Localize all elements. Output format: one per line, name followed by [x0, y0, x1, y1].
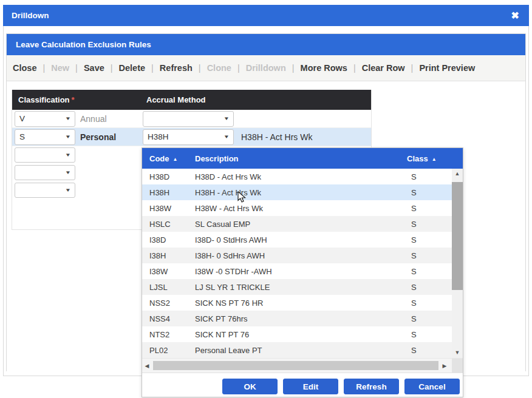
scroll-up-icon[interactable]: ▲	[452, 169, 463, 179]
accrual-method-cell: ▼	[143, 111, 234, 127]
code-cell: PL02	[142, 346, 195, 355]
code-cell: HSLC	[142, 220, 195, 229]
toolbar-item-clear-row[interactable]: Clear Row	[356, 63, 411, 73]
scroll-down-icon[interactable]: ▼	[452, 348, 463, 358]
toolbar-item-save[interactable]: Save	[78, 63, 111, 73]
description-cell: SICK PT 76hrs	[195, 314, 402, 323]
classification-description: Annual	[80, 114, 107, 124]
sort-asc-icon: ▲	[432, 157, 437, 162]
code-cell: I38H	[142, 251, 195, 260]
description-cell: I38H- 0 SdHrs AWH	[195, 251, 402, 260]
classification-description: Personal	[80, 132, 116, 142]
cancel-button[interactable]: Cancel	[404, 379, 460, 394]
code-cell: NTS2	[142, 330, 195, 339]
popup-row-HSLC[interactable]: HSLCSL Casual EMPS	[142, 216, 463, 232]
classification-combo[interactable]: ▼	[15, 183, 75, 198]
classification-combo-value: S	[19, 132, 25, 141]
edit-button[interactable]: Edit	[283, 379, 338, 394]
classification-cell: V▼Annual	[12, 111, 143, 127]
code-cell: I38W	[142, 267, 195, 276]
popup-row-I38H[interactable]: I38HI38H- 0 SdHrs AWHS	[142, 248, 463, 263]
code-cell: H38D	[142, 172, 195, 181]
column-header-accrual-method: Accrual Method	[143, 95, 206, 104]
toolbar-item-close[interactable]: Close	[7, 63, 43, 73]
description-cell: H38D - Act Hrs Wk	[195, 172, 402, 181]
description-cell: H38H - Act Hrs Wk	[195, 188, 402, 197]
classification-cell: ▼	[12, 147, 143, 163]
chevron-down-icon: ▼	[223, 134, 230, 140]
column-header-classification: Classification*	[12, 95, 143, 104]
classification-cell: S▼Personal	[12, 129, 143, 145]
description-cell: I38W -0 STDHr -AWH	[195, 267, 402, 276]
toolbar-item-print-preview[interactable]: Print Preview	[413, 63, 481, 73]
code-cell: I38D	[142, 235, 195, 245]
classification-combo[interactable]: S▼	[15, 129, 75, 145]
popup-row-I38D[interactable]: I38DI38D- 0 StdHrs AWHS	[142, 232, 463, 248]
code-cell: H38W	[142, 204, 195, 213]
popup-row-H38D[interactable]: H38DH38D - Act Hrs WkS	[142, 169, 463, 184]
popup-column-class[interactable]: Class▲	[402, 154, 463, 163]
description-cell: SICK NT PT 76	[195, 330, 402, 339]
popup-column-description[interactable]: Description	[195, 154, 402, 163]
popup-row-PL02[interactable]: PL02Personal Leave PTS	[142, 342, 463, 358]
scroll-right-icon[interactable]: ▶	[440, 363, 449, 369]
toolbar-item-clone: Clone	[201, 63, 237, 73]
section-title: Leave Calculation Exclusion Rules	[7, 34, 525, 55]
horizontal-scrollbar[interactable]: ◀ ▶	[142, 358, 463, 373]
code-cell: H38H	[142, 188, 195, 197]
classification-combo[interactable]: ▼	[15, 165, 75, 180]
dialog-title: Drilldown	[12, 11, 49, 20]
refresh-button[interactable]: Refresh	[344, 379, 399, 394]
accrual-method-combo[interactable]: ▼	[143, 111, 234, 127]
mouse-cursor	[237, 191, 247, 204]
toolbar-item-more-rows[interactable]: More Rows	[295, 63, 353, 73]
scrollbar-corner	[452, 359, 463, 373]
chevron-down-icon: ▼	[65, 116, 71, 121]
grid-header: Classification* Accrual Method	[12, 90, 371, 110]
ok-button[interactable]: OK	[222, 379, 278, 394]
popup-column-code[interactable]: Code▲	[142, 154, 195, 163]
toolbar-item-drilldown: Drilldown	[240, 63, 292, 73]
code-cell: NSS4	[142, 314, 195, 323]
accrual-method-drilldown-popup: Code▲ Description Class▲ H38DH38D - Act …	[142, 147, 463, 397]
classification-combo-value: V	[19, 114, 25, 123]
chevron-down-icon: ▼	[65, 152, 71, 158]
classification-combo[interactable]: V▼	[15, 111, 75, 127]
popup-row-NSS2[interactable]: NSS2SICK NS PT 76 HRS	[142, 295, 463, 311]
accrual-method-combo[interactable]: H38H▼	[143, 129, 234, 145]
toolbar-item-new: New	[45, 63, 75, 73]
popup-rows: H38DH38D - Act Hrs WkSH38HH38H - Act Hrs…	[142, 169, 463, 358]
toolbar: Close|New|Save|Delete|Refresh|Clone|Dril…	[7, 55, 525, 81]
sort-asc-icon: ▲	[173, 157, 178, 162]
toolbar-item-refresh[interactable]: Refresh	[154, 63, 199, 73]
popup-row-LJSL[interactable]: LJSLLJ SL YR 1 TRICKLES	[142, 279, 463, 295]
accrual-method-combo-value: H38H	[148, 132, 169, 141]
grid-row-1: V▼Annual▼	[12, 110, 371, 128]
close-icon[interactable]: ✖	[511, 5, 519, 26]
chevron-down-icon: ▼	[223, 116, 230, 121]
vertical-scrollbar[interactable]: ▲ ▼	[452, 169, 463, 358]
popup-row-NTS2[interactable]: NTS2SICK NT PT 76S	[142, 326, 463, 342]
popup-row-H38H[interactable]: H38HH38H - Act Hrs WkS	[142, 184, 463, 200]
required-asterisk: *	[72, 95, 75, 104]
code-cell: NSS2	[142, 298, 195, 308]
chevron-down-icon: ▼	[65, 170, 71, 175]
popup-row-NSS4[interactable]: NSS4SICK PT 76hrsS	[142, 311, 463, 326]
description-cell: SICK NS PT 76 HR	[195, 298, 402, 308]
accrual-method-description: H38H - Act Hrs Wk	[241, 132, 312, 142]
description-cell: H38W - Act Hrs Wk	[195, 204, 402, 213]
toolbar-item-delete[interactable]: Delete	[113, 63, 152, 73]
description-cell: I38D- 0 StdHrs AWH	[195, 235, 402, 245]
horizontal-scroll-thumb[interactable]	[153, 361, 438, 370]
popup-row-I38W[interactable]: I38WI38W -0 STDHr -AWHS	[142, 263, 463, 279]
grid-row-2: S▼PersonalH38H▼H38H - Act Hrs Wk	[12, 128, 371, 146]
scroll-left-icon[interactable]: ◀	[142, 363, 152, 369]
accrual-method-cell: H38H▼H38H - Act Hrs Wk	[143, 129, 312, 145]
description-cell: Personal Leave PT	[195, 346, 402, 355]
popup-footer: OKEditRefreshCancel	[142, 373, 463, 397]
code-cell: LJSL	[142, 283, 195, 292]
vertical-scroll-thumb[interactable]	[452, 182, 463, 290]
classification-combo[interactable]: ▼	[15, 147, 75, 163]
classification-cell: ▼	[12, 183, 143, 198]
popup-row-H38W[interactable]: H38WH38W - Act Hrs WkS	[142, 200, 463, 216]
